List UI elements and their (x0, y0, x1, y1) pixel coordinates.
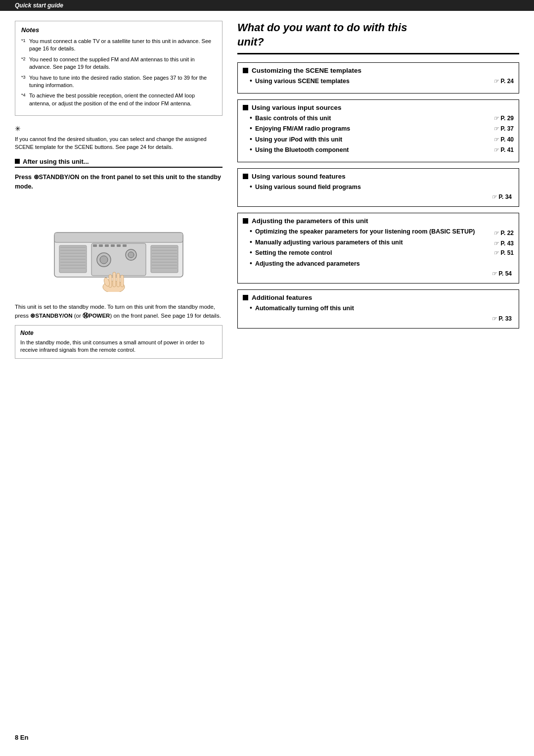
standby-desc: This unit is set to the standby mode. To… (15, 303, 222, 320)
bullet-advanced-text: Adjusting the advanced parameters (255, 260, 514, 269)
section-scene: Customizing the SCENE templates • Using … (237, 62, 519, 94)
note-small-title: Note (20, 330, 217, 336)
bullet-dot-6: • (250, 183, 252, 190)
notes-list: *1 You must connect a cable TV or a sate… (21, 38, 216, 107)
notes-box: Notes *1 You must connect a cable TV or … (15, 21, 222, 116)
bullet-manually-text: Manually adjusting various parameters of… (255, 238, 490, 247)
svg-rect-34 (117, 273, 120, 287)
bullet-fmam-text: Enjoying FM/AM radio programs (255, 125, 490, 134)
optimize-page-ref: ☞ P. 22 (493, 230, 514, 236)
bullet-dot-3: • (250, 125, 252, 132)
sound-page-ref-block: ☞ P. 34 (243, 193, 514, 200)
note-item-4: *4 To achieve the best possible receptio… (21, 92, 216, 107)
device-image (35, 198, 203, 297)
bullet-remote: • Setting the remote control ☞ P. 51 (243, 249, 514, 258)
bullet-remote-text: Setting the remote control (255, 249, 490, 258)
section-input-title: Using various input sources (252, 104, 342, 111)
bullet-manually: • Manually adjusting various parameters … (243, 238, 514, 247)
section-params-title: Adjusting the parameters of this unit (252, 217, 368, 225)
note-item-3: *3 You have to tune into the desired rad… (21, 74, 216, 90)
bullet-dot-5: • (250, 146, 252, 153)
page-heading: What do you want to do with this unit? (237, 21, 519, 54)
bullet-dot-8: • (250, 238, 252, 245)
svg-rect-17 (99, 244, 103, 247)
svg-point-15 (128, 252, 134, 258)
basic-page-ref: ☞ P. 29 (493, 115, 514, 122)
note-item-1: *1 You must connect a cable TV or a sate… (21, 38, 216, 53)
bullet-fmam: • Enjoying FM/AM radio programs ☞ P. 37 (243, 125, 514, 134)
section-additional-header: Additional features (243, 294, 514, 301)
fmam-page-ref: ☞ P. 37 (493, 125, 514, 132)
header-label: Quick start guide (15, 2, 63, 9)
autooff-page-ref-block: ☞ P. 33 (243, 315, 514, 322)
standby-instruction: Press ⊛STANDBY/ON on the front panel to … (15, 173, 222, 191)
section-params-header: Adjusting the parameters of this unit (243, 217, 514, 225)
section-params-bullet (243, 218, 248, 224)
note-sup-2: *2 (21, 56, 26, 62)
section-scene-header: Customizing the SCENE templates (243, 67, 514, 74)
svg-rect-22 (151, 245, 178, 273)
svg-rect-35 (121, 275, 124, 287)
bullet-auto-off: • Automatically turning off this unit (243, 304, 514, 313)
ipod-page-ref: ☞ P. 40 (493, 136, 514, 143)
bullet-dot-7: • (250, 228, 252, 235)
header-bar: Quick start guide (0, 0, 534, 11)
svg-point-13 (100, 256, 108, 264)
svg-rect-19 (111, 244, 115, 247)
bullet-dot-1: • (250, 77, 252, 84)
advanced-page-ref: ☞ P. 54 (491, 270, 512, 277)
tip-symbol: ✳ (15, 125, 222, 133)
heading-line2: unit? (237, 36, 264, 48)
svg-rect-18 (105, 244, 109, 247)
tip-text: If you cannot find the desired situation… (15, 136, 222, 151)
bluetooth-page-ref: ☞ P. 41 (493, 146, 514, 153)
svg-rect-16 (93, 244, 97, 247)
bullet-optimize: • Optimizing the speaker parameters for … (243, 228, 514, 236)
heading-line1: What do you want to do with this (237, 21, 407, 34)
notes-title: Notes (21, 26, 216, 34)
bullet-dot-11: • (250, 304, 252, 311)
after-section: After using this unit... Press ⊛STANDBY/… (15, 158, 222, 191)
note-sup-1: *1 (21, 38, 26, 44)
bullet-dot-9: • (250, 249, 252, 256)
autooff-page-ref: ☞ P. 33 (491, 315, 512, 322)
bullet-scene-text: Using various SCENE templates (255, 77, 490, 86)
section-sound-title: Using various sound features (252, 173, 346, 180)
note-sup-3: *3 (21, 74, 26, 81)
after-title-text: After using this unit... (23, 158, 89, 165)
right-column: What do you want to do with this unit? C… (237, 21, 519, 366)
bullet-bluetooth-text: Using the Bluetooth component (255, 146, 490, 155)
bullet-ipod: • Using your iPod with this unit ☞ P. 40 (243, 136, 514, 144)
section-scene-bullet (243, 68, 248, 73)
after-bullet-icon (15, 159, 20, 164)
advanced-page-ref-block: ☞ P. 54 (243, 270, 514, 277)
bullet-auto-off-text: Automatically turning off this unit (255, 304, 514, 313)
section-input-header: Using various input sources (243, 104, 514, 111)
sound-page-ref: ☞ P. 34 (491, 193, 512, 200)
bullet-sound-field: • Using various sound field programs (243, 183, 514, 192)
svg-rect-2 (59, 245, 87, 273)
bullet-basic-text: Basic controls of this unit (255, 114, 490, 123)
svg-rect-33 (113, 272, 116, 287)
after-title: After using this unit... (15, 158, 222, 168)
section-scene-title: Customizing the SCENE templates (252, 67, 361, 74)
bullet-dot-10: • (250, 260, 252, 267)
bullet-dot-2: • (250, 114, 252, 121)
note-box-small: Note In the standby mode, this unit cons… (15, 325, 222, 359)
section-sound: Using various sound features • Using var… (237, 168, 519, 207)
footer-page-number: 8 En (15, 734, 28, 741)
svg-rect-1 (54, 233, 183, 242)
device-illustration (40, 203, 198, 292)
left-column: Notes *1 You must connect a cable TV or … (15, 21, 222, 366)
manually-page-ref: ☞ P. 43 (493, 240, 514, 247)
section-additional-bullet (243, 295, 248, 300)
note-sup-4: *4 (21, 92, 26, 98)
section-sound-bullet (243, 174, 248, 179)
remote-page-ref: ☞ P. 51 (493, 249, 514, 256)
svg-rect-21 (123, 244, 127, 247)
bullet-dot-4: • (250, 136, 252, 142)
section-input-bullet (243, 105, 248, 110)
svg-rect-20 (117, 244, 121, 247)
section-additional-title: Additional features (252, 294, 312, 301)
bullet-optimize-text: Optimizing the speaker parameters for yo… (255, 228, 490, 236)
